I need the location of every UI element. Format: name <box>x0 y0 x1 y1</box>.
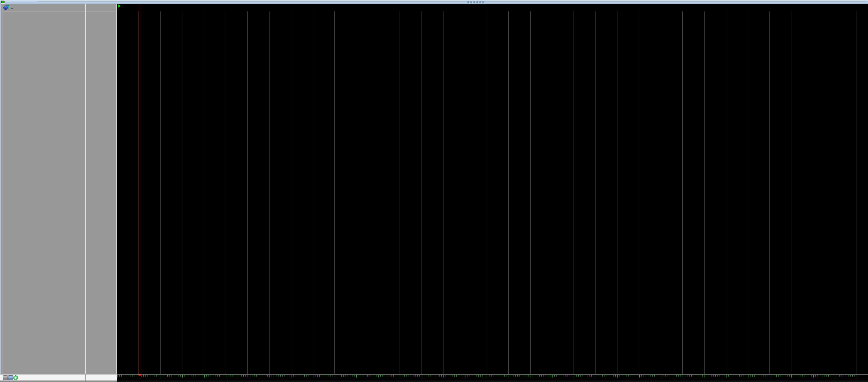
signal-values-column[interactable] <box>86 11 116 374</box>
window-titlebar[interactable] <box>0 0 868 4</box>
wave-flag-icon <box>118 4 118 10</box>
wave-window-icon <box>1 0 5 4</box>
insert-cursor-icon[interactable] <box>13 375 18 380</box>
wave-window <box>0 0 868 382</box>
export-icon[interactable] <box>3 375 8 380</box>
cursor-2-line[interactable] <box>141 4 141 381</box>
wave-header-strip <box>117 4 868 11</box>
waveform-canvas[interactable] <box>117 11 868 374</box>
dropdown-caret-icon[interactable] <box>11 8 13 9</box>
cursor-1-line[interactable] <box>139 4 139 381</box>
waveform-gridlines <box>117 11 857 374</box>
edit-cursor-icon[interactable] <box>8 375 13 380</box>
timeline-ruler[interactable] <box>117 374 868 381</box>
clipped-cursor-toolbar <box>0 381 117 382</box>
signals-toolbar <box>0 4 117 11</box>
window-left-border <box>0 4 2 382</box>
titlebar-stripes <box>37 1 867 3</box>
now-statusbar <box>0 374 117 381</box>
now-bar-separator <box>85 375 86 381</box>
timeline-major-ticks <box>117 375 858 378</box>
clipped-bottom-row <box>0 381 868 382</box>
titlebar-grip[interactable] <box>467 1 485 3</box>
signal-names-column[interactable] <box>2 11 85 374</box>
